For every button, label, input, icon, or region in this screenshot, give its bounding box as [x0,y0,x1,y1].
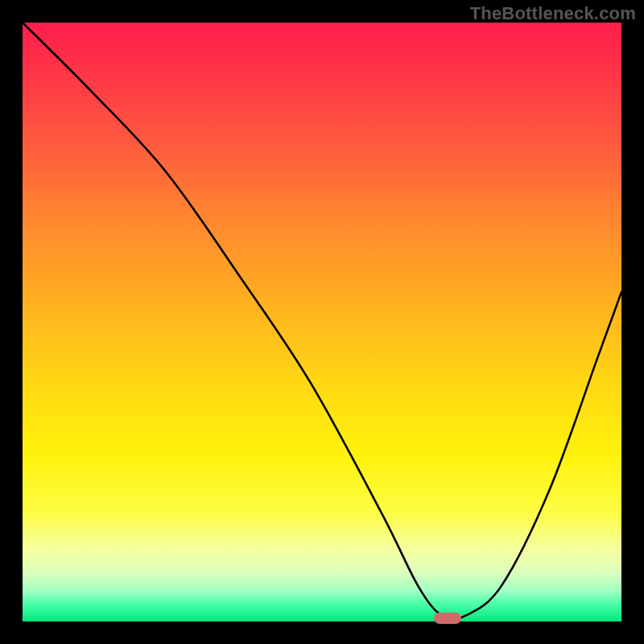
plot-area [23,23,621,621]
chart-frame: TheBottleneck.com [0,0,644,644]
curve-path [23,23,621,619]
bottleneck-curve [23,23,621,621]
optimal-marker [434,613,461,624]
watermark-label: TheBottleneck.com [470,3,636,24]
